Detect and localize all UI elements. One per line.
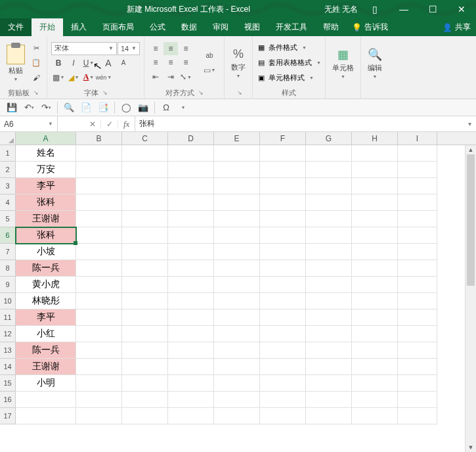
col-header-I[interactable]: I (398, 132, 437, 145)
insert-function-button[interactable]: fx (118, 116, 135, 131)
close-button[interactable]: ✕ (450, 0, 473, 18)
cell-F2[interactable] (260, 162, 306, 178)
cell-E4[interactable] (214, 194, 260, 211)
formula-enter[interactable]: ✓ (101, 120, 118, 129)
font-name-combo[interactable]: 宋体▼ (51, 42, 117, 55)
copy-button[interactable]: 📋 (30, 56, 43, 70)
cell-A5[interactable]: 王谢谢 (16, 211, 76, 227)
cell-I7[interactable] (398, 244, 437, 260)
cell-B3[interactable] (76, 178, 122, 194)
orientation-button[interactable]: ⤡▼ (179, 70, 193, 83)
cell-F13[interactable] (260, 342, 306, 359)
cell-C12[interactable] (122, 326, 168, 342)
format-as-table-button[interactable]: ▤套用表格格式▼ (257, 56, 321, 70)
cell-I4[interactable] (398, 194, 437, 211)
cell-B4[interactable] (76, 194, 122, 211)
qat-redo[interactable]: ↷▾ (38, 101, 54, 115)
cell-H6[interactable] (352, 227, 398, 244)
cell-A3[interactable]: 李平 (16, 178, 76, 194)
cell-A13[interactable]: 陈一兵 (16, 342, 76, 359)
cell-F15[interactable] (260, 375, 306, 392)
cell-F4[interactable] (260, 194, 306, 211)
cell-B16[interactable] (76, 392, 122, 408)
cell-C5[interactable] (122, 211, 168, 227)
col-header-G[interactable]: G (306, 132, 352, 145)
fill-color-button[interactable]: ◢▼ (66, 71, 81, 84)
scroll-up-arrow[interactable]: ▲ (465, 145, 476, 154)
decrease-indent[interactable]: ⇤ (148, 70, 163, 83)
formula-expand[interactable]: ▾ (463, 116, 476, 131)
cell-E8[interactable] (214, 260, 260, 277)
cell-D10[interactable] (168, 293, 214, 309)
row-header-1[interactable]: 1 (0, 145, 16, 162)
cell-D5[interactable] (168, 211, 214, 227)
cell-H1[interactable] (352, 145, 398, 162)
cell-I15[interactable] (398, 375, 437, 392)
cell-D8[interactable] (168, 260, 214, 277)
cell-H17[interactable] (352, 408, 398, 424)
row-header-3[interactable]: 3 (0, 178, 16, 194)
cell-H7[interactable] (352, 244, 398, 260)
font-size-combo[interactable]: 14▼ (118, 42, 140, 55)
cell-H12[interactable] (352, 326, 398, 342)
share-button[interactable]: 👤 共享 (437, 18, 476, 36)
cell-C9[interactable] (122, 277, 168, 293)
cell-E14[interactable] (214, 359, 260, 375)
cell-styles-button[interactable]: ▣单元格样式▼ (257, 72, 321, 85)
cell-I13[interactable] (398, 342, 437, 359)
col-header-A[interactable]: A (16, 132, 76, 145)
cell-G16[interactable] (306, 392, 352, 408)
row-header-10[interactable]: 10 (0, 293, 16, 309)
cell-G9[interactable] (306, 277, 352, 293)
cell-F5[interactable] (260, 211, 306, 227)
cell-E12[interactable] (214, 326, 260, 342)
qat-tool-5[interactable]: 📷 (135, 101, 151, 115)
cell-H5[interactable] (352, 211, 398, 227)
cell-A12[interactable]: 小红 (16, 326, 76, 342)
cell-H13[interactable] (352, 342, 398, 359)
align-middle[interactable]: ≡ (163, 42, 178, 55)
cell-E6[interactable] (214, 227, 260, 244)
cell-I16[interactable] (398, 392, 437, 408)
cell-A14[interactable]: 王谢谢 (16, 359, 76, 375)
name-box[interactable]: A6▼ (0, 116, 58, 131)
cell-D12[interactable] (168, 326, 214, 342)
increase-indent[interactable]: ⇥ (163, 70, 178, 83)
tab-data[interactable]: 数据 (173, 18, 205, 36)
cell-G10[interactable] (306, 293, 352, 309)
conditional-formatting-button[interactable]: ▦条件格式▼ (257, 41, 321, 55)
minimize-button[interactable]: — (392, 0, 416, 18)
cell-G1[interactable] (306, 145, 352, 162)
row-header-5[interactable]: 5 (0, 211, 16, 227)
merge-center-button[interactable]: ▭▼ (199, 64, 220, 77)
row-header-2[interactable]: 2 (0, 162, 16, 178)
cell-C11[interactable] (122, 309, 168, 326)
ribbon-display-options[interactable]: ▯ (363, 0, 387, 18)
col-header-E[interactable]: E (214, 132, 260, 145)
cell-B7[interactable] (76, 244, 122, 260)
scroll-thumb[interactable] (467, 154, 475, 286)
cell-E13[interactable] (214, 342, 260, 359)
cell-F8[interactable] (260, 260, 306, 277)
cell-F9[interactable] (260, 277, 306, 293)
cell-D3[interactable] (168, 178, 214, 194)
cell-A9[interactable]: 黄小虎 (16, 277, 76, 293)
scroll-down-arrow[interactable]: ▼ (465, 443, 476, 452)
cell-F7[interactable] (260, 244, 306, 260)
row-header-9[interactable]: 9 (0, 277, 16, 293)
cell-I14[interactable] (398, 359, 437, 375)
qat-tool-6[interactable]: Ω (158, 101, 174, 115)
qat-customize[interactable]: ▾ (175, 101, 191, 115)
row-header-13[interactable]: 13 (0, 342, 16, 359)
cell-A16[interactable] (16, 392, 76, 408)
cell-A17[interactable] (16, 408, 76, 424)
tab-help[interactable]: 帮助 (315, 18, 347, 36)
cell-E5[interactable] (214, 211, 260, 227)
cell-E1[interactable] (214, 145, 260, 162)
cell-B8[interactable] (76, 260, 122, 277)
cell-D1[interactable] (168, 145, 214, 162)
row-header-8[interactable]: 8 (0, 260, 16, 277)
cell-E9[interactable] (214, 277, 260, 293)
tab-formulas[interactable]: 公式 (142, 18, 173, 36)
cell-I12[interactable] (398, 326, 437, 342)
